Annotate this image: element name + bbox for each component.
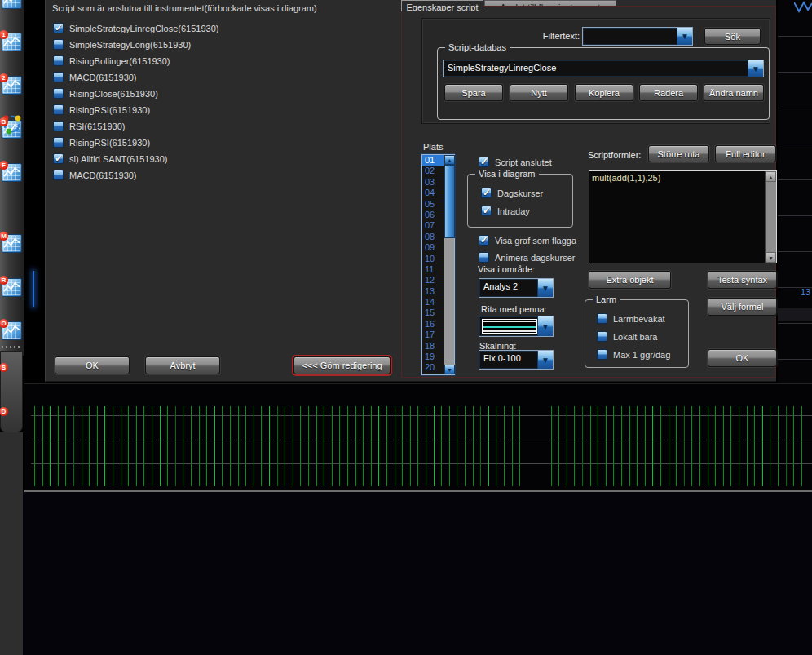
- script-list-item[interactable]: RisingRSI(6151930): [53, 136, 150, 148]
- flagga-checkbox[interactable]: [479, 235, 489, 246]
- animera-row[interactable]: Animera dagskurser: [479, 251, 575, 263]
- bigger-box-button[interactable]: Större ruta: [648, 145, 709, 162]
- script-checkbox[interactable]: [53, 121, 64, 131]
- full-editor-button[interactable]: Full editor: [715, 145, 776, 162]
- andra-namn-button[interactable]: Ändra namn: [704, 84, 764, 101]
- plats-item[interactable]: 12: [422, 275, 444, 285]
- scroll-up-icon[interactable]: ▲: [766, 171, 776, 182]
- flagga-row[interactable]: Visa graf som flagga: [479, 234, 576, 246]
- plats-item[interactable]: 04: [422, 188, 444, 198]
- script-checkbox[interactable]: [53, 39, 64, 50]
- script-list-item[interactable]: SimpleStrategyLong(6151930): [53, 38, 191, 51]
- plats-scrollbar[interactable]: ▲ ▼: [444, 155, 454, 374]
- script-list-item[interactable]: RisingRSI(6151930): [53, 104, 150, 116]
- script-checkbox[interactable]: [53, 55, 64, 66]
- ok-button[interactable]: OK: [55, 356, 130, 374]
- larm-option-row[interactable]: Larmbevakat: [597, 312, 665, 325]
- plats-item[interactable]: 07: [422, 220, 444, 231]
- plats-item[interactable]: 06: [422, 210, 444, 220]
- larm-option-row[interactable]: Max 1 ggr/dag: [597, 348, 670, 361]
- plats-item[interactable]: 05: [422, 199, 444, 210]
- chevron-down-icon[interactable]: ▼: [748, 60, 763, 77]
- larm-checkbox[interactable]: [597, 349, 607, 360]
- chart-view-icon-r[interactable]: R: [2, 278, 22, 297]
- scroll-down-icon[interactable]: ▼: [766, 252, 776, 263]
- plats-item[interactable]: 09: [422, 242, 444, 253]
- chart-view-icon[interactable]: [2, 0, 22, 9]
- script-checkbox[interactable]: [53, 137, 64, 148]
- script-checkbox[interactable]: [53, 23, 64, 33]
- dagskurser-checkbox[interactable]: [481, 188, 492, 198]
- chart-right-strip: 13: [778, 0, 812, 383]
- script-list-item[interactable]: RSI(6151930): [53, 120, 126, 132]
- omrade-select[interactable]: Analys 2 ▼: [479, 278, 554, 298]
- larm-option-row[interactable]: Lokalt bara: [597, 330, 657, 343]
- larm-ok-button[interactable]: OK: [708, 349, 777, 367]
- chevron-down-icon[interactable]: ▼: [537, 279, 553, 297]
- script-checkbox[interactable]: [53, 104, 64, 115]
- nytt-button[interactable]: Nytt: [510, 84, 568, 101]
- plats-item[interactable]: 18: [422, 341, 444, 352]
- intraday-checkbox[interactable]: [481, 206, 492, 216]
- scroll-up-icon[interactable]: ▲: [444, 155, 455, 165]
- animera-checkbox[interactable]: [479, 252, 489, 263]
- chart-view-icon-2[interactable]: 2: [2, 76, 22, 95]
- chevron-down-icon[interactable]: ▼: [537, 316, 553, 336]
- dagskurser-row[interactable]: Dagskurser: [481, 187, 543, 199]
- scroll-down-icon[interactable]: ▼: [444, 365, 455, 374]
- scrollbar-thumb[interactable]: [444, 165, 455, 238]
- script-list-item[interactable]: RisingBollinger(6151930): [53, 55, 170, 67]
- script-list-item[interactable]: sl) Alltid SANT(6151930): [53, 153, 167, 165]
- script-list-item[interactable]: RisingClose(6151930): [53, 87, 158, 100]
- tab-egenskaper-script[interactable]: Egenskaper script: [401, 0, 483, 11]
- penna-select[interactable]: ▼: [479, 316, 554, 337]
- plats-item[interactable]: 20: [422, 362, 444, 373]
- chart-view-icon-f[interactable]: F: [2, 163, 22, 182]
- script-anslutet-checkbox[interactable]: [479, 157, 489, 167]
- chart-view-icon-o[interactable]: O: [2, 321, 22, 340]
- plats-item[interactable]: 19: [422, 352, 444, 362]
- testa-syntax-button[interactable]: Testa syntax: [708, 271, 777, 289]
- script-label: RisingRSI(6151930): [69, 105, 150, 115]
- chevron-down-icon[interactable]: ▼: [537, 351, 553, 369]
- script-database-select[interactable]: SimpleStrategyLinregClose ▼: [443, 60, 764, 77]
- plats-item[interactable]: 13: [422, 286, 444, 297]
- script-checkbox[interactable]: [53, 170, 64, 180]
- plats-item[interactable]: 17: [422, 330, 444, 340]
- search-button[interactable]: Sök: [704, 28, 761, 45]
- chart-view-icon-1[interactable]: 1: [2, 33, 22, 51]
- plats-item[interactable]: 16: [422, 319, 444, 330]
- formula-textarea[interactable]: mult(add(1,1),25) ▲ ▼: [589, 170, 777, 263]
- plats-item[interactable]: 15: [422, 308, 444, 318]
- chevron-down-icon[interactable]: ▼: [677, 28, 692, 45]
- extra-objekt-button[interactable]: Extra objekt: [589, 271, 671, 289]
- radera-button[interactable]: Radera: [639, 84, 698, 101]
- plats-item[interactable]: 14: [422, 297, 444, 308]
- skalning-select[interactable]: Fix 0-100 ▼: [479, 350, 554, 370]
- plats-item[interactable]: 02: [422, 166, 444, 176]
- formula-scrollbar[interactable]: ▲ ▼: [765, 171, 776, 263]
- plats-item[interactable]: 11: [422, 264, 444, 275]
- script-checkbox[interactable]: [53, 153, 64, 164]
- plats-item[interactable]: 03: [422, 177, 444, 188]
- plats-item[interactable]: 08: [422, 232, 444, 242]
- plats-item[interactable]: 01: [422, 155, 444, 166]
- script-checkbox[interactable]: [53, 72, 64, 82]
- intraday-row[interactable]: Intraday: [481, 205, 530, 217]
- chart-view-icon-m[interactable]: M: [2, 234, 22, 253]
- kopiera-button[interactable]: Kopiera: [575, 84, 633, 101]
- valj-formel-button[interactable]: Välj formel: [708, 298, 777, 316]
- plats-item[interactable]: 10: [422, 254, 444, 264]
- script-list-item[interactable]: MACD(6151930): [53, 71, 137, 83]
- cancel-button[interactable]: Avbryt: [145, 356, 220, 374]
- plats-listbox[interactable]: 0102030405060708091011121314151617181920…: [421, 154, 455, 375]
- script-anslutet-row[interactable]: Script anslutet: [479, 156, 552, 168]
- filtertext-input[interactable]: ▼: [582, 27, 693, 46]
- script-list-item[interactable]: MACD(6151930): [53, 169, 137, 181]
- larm-checkbox[interactable]: [597, 331, 607, 342]
- spara-button[interactable]: Spara: [444, 84, 503, 101]
- hide-editing-button[interactable]: <<< Göm redigering: [293, 356, 391, 374]
- larm-checkbox[interactable]: [597, 313, 607, 324]
- script-list-item[interactable]: SimpleStrategyLinregClose(6151930): [53, 22, 218, 34]
- script-checkbox[interactable]: [53, 88, 64, 99]
